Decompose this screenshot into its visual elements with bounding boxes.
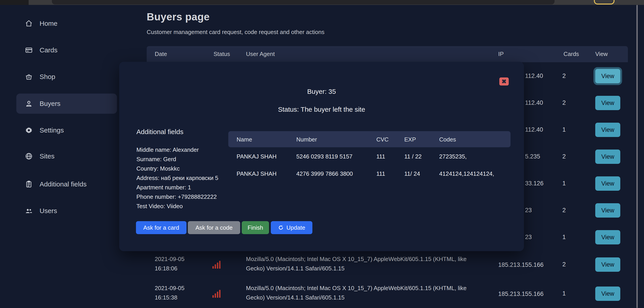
row-ip: 185.213.155.166 [498, 261, 544, 268]
row-ip: 5.235 [525, 153, 540, 160]
additional-fields-title: Additional fields [136, 128, 183, 136]
ask-for-code-button[interactable]: Ask for a code [188, 221, 240, 234]
sidebar-item-cards[interactable]: Cards [16, 40, 117, 60]
field-country: Country: Moskkc [136, 164, 218, 173]
view-button[interactable]: View [595, 96, 620, 110]
row-user-agent: Mozilla/5.0 (Macintosh; Intel Mac OS X 1… [246, 283, 478, 302]
update-button[interactable]: Update [271, 221, 312, 234]
finish-button[interactable]: Finish [242, 221, 269, 234]
browser-corner-block [0, 0, 28, 5]
table-row: 2021-09-0516:15:38 Mozilla/5.0 (Macintos… [147, 280, 628, 308]
field-surname: Surname: Gerd [136, 154, 218, 164]
card-codes: 4124124,124124124, [439, 170, 494, 177]
basket-icon [25, 73, 33, 81]
page-subtitle: Customer management card request, code r… [147, 29, 324, 36]
field-address: Address: наб реки карповски 5 [136, 173, 218, 183]
additional-fields-list: Middle name: Alexander Surname: Gerd Cou… [136, 145, 218, 211]
card-name: PANKAJ SHAH [236, 170, 276, 177]
column-header-view: View [595, 51, 608, 58]
card-number: 5246 0293 8119 5157 [296, 153, 352, 160]
column-header-number: Number [296, 136, 317, 143]
column-header-name: Name [236, 136, 252, 143]
view-button[interactable]: View [595, 69, 620, 83]
sidebar-item-label: Shop [40, 73, 55, 81]
buyer-status-text: Status: The buyer left the site [119, 106, 524, 113]
row-cards-count: 2 [562, 99, 566, 106]
sidebar-item-home[interactable]: Home [16, 14, 117, 34]
globe-icon [25, 152, 33, 160]
column-header-cvc: CVC [376, 136, 389, 143]
column-header-cards: Cards [564, 51, 579, 58]
sidebar-item-sites[interactable]: Sites [16, 146, 117, 166]
sidebar-item-label: Buyers [40, 100, 60, 107]
sidebar-item-shop[interactable]: Shop [16, 67, 117, 87]
view-button[interactable]: View [595, 150, 620, 164]
row-cards-count: 1 [562, 234, 566, 241]
signal-bars-icon [212, 259, 222, 269]
home-icon [25, 20, 33, 28]
sidebar-item-users[interactable]: Users [16, 201, 117, 221]
row-ip: 112.40 [525, 99, 543, 106]
row-cards-count: 1 [562, 126, 566, 133]
vertical-scrollbar[interactable] [636, 5, 638, 308]
column-header-codes: Codes [439, 136, 456, 143]
card-number: 4276 3999 7866 3800 [296, 170, 353, 177]
sidebar-item-settings[interactable]: Settings [16, 120, 117, 140]
field-apartment: Apartment number: 1 [136, 183, 218, 192]
sidebar-item-buyers[interactable]: Buyers [16, 94, 117, 114]
refresh-icon [278, 225, 284, 230]
row-ip: 33.126 [525, 180, 544, 187]
card-row: PANKAJ SHAH 4276 3999 7866 3800 111 11/ … [228, 167, 510, 181]
column-header-date: Date [155, 51, 167, 58]
field-phone: Phone number: +79288822222 [136, 192, 218, 201]
view-button[interactable]: View [595, 257, 620, 272]
sidebar-item-label: Users [40, 207, 57, 215]
sidebar-item-additional-fields[interactable]: Additional fields [16, 174, 117, 194]
row-ip: 185.213.155.166 [498, 290, 544, 297]
view-button[interactable]: View [595, 176, 620, 191]
update-button-label: Update [286, 224, 305, 231]
sidebar-item-label: Additional fields [40, 180, 86, 188]
ask-for-card-button[interactable]: Ask for a card [136, 221, 186, 234]
field-test-video: Test Video: Viideo [136, 201, 218, 211]
users-icon [25, 207, 33, 215]
card-exp: 11 / 22 [404, 153, 422, 160]
gear-icon [25, 126, 33, 134]
card-cvc: 111 [376, 170, 385, 177]
view-button[interactable]: View [595, 286, 620, 301]
sidebar-item-label: Settings [40, 126, 64, 134]
view-button[interactable]: View [595, 230, 620, 244]
browser-extension-badge[interactable] [594, 0, 614, 5]
row-user-agent: Mozilla/5.0 (Macintosh; Intel Mac OS X 1… [246, 254, 478, 273]
row-date: 2021-09-0516:15:38 [155, 283, 184, 302]
column-header-exp: EXP [404, 136, 416, 143]
row-ip: 23 [525, 207, 532, 214]
card-codes: 27235235, [439, 153, 467, 160]
row-ip: 112.40 [525, 73, 543, 80]
browser-top-strip [0, 0, 644, 5]
view-button[interactable]: View [595, 123, 620, 137]
buyers-table-header: Date Status User Agent IP Cards View [147, 46, 628, 62]
person-icon [25, 100, 33, 108]
row-ip: 23 [525, 234, 532, 241]
field-middle-name: Middle name: Alexander [136, 145, 218, 154]
card-row: PANKAJ SHAH 5246 0293 8119 5157 111 11 /… [228, 150, 510, 163]
browser-address-bar[interactable] [52, 0, 554, 5]
row-cards-count: 2 [562, 73, 566, 80]
column-header-status: Status [214, 51, 230, 58]
signal-bars-icon [212, 288, 222, 298]
row-ip: 112.40 [525, 126, 543, 133]
row-cards-count: 1 [562, 180, 566, 187]
card-name: PANKAJ SHAH [236, 153, 276, 160]
close-icon[interactable]: ✖ [499, 78, 509, 86]
sidebar: Home Cards Shop Buyers Settings Sites [0, 5, 134, 308]
row-cards-count: 2 [562, 207, 566, 214]
card-exp: 11/ 24 [404, 170, 420, 177]
page-title: Buyers page [147, 11, 210, 23]
cards-table-header: Name Number CVC EXP Codes [228, 131, 510, 147]
row-cards-count: 2 [562, 261, 566, 268]
buyer-detail-modal: ✖ Buyer: 35 Status: The buyer left the s… [119, 62, 524, 251]
sidebar-item-label: Cards [40, 46, 58, 54]
table-row: 2021-09-0516:18:06 Mozilla/5.0 (Macintos… [147, 251, 628, 280]
view-button[interactable]: View [595, 203, 620, 218]
